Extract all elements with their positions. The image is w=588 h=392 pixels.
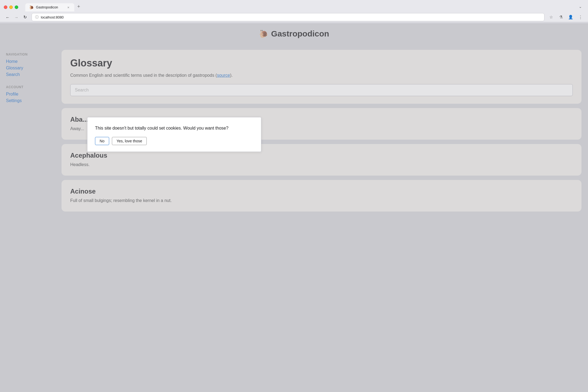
app-title-text: Gastropodicon xyxy=(271,29,329,38)
refresh-button[interactable]: ↻ xyxy=(21,13,29,21)
app-header: 🐌 Gastropodicon xyxy=(0,24,588,43)
new-tab-button[interactable]: + xyxy=(75,3,82,10)
glossary-description: Common English and scientific terms used… xyxy=(70,72,573,79)
toolbar-actions: ☆ ⚗ 👤 ⋮ xyxy=(547,13,584,21)
source-link[interactable]: source xyxy=(217,73,230,78)
back-button[interactable]: ← xyxy=(4,13,11,21)
sidebar-item-profile[interactable]: Profile xyxy=(5,91,57,97)
browser-chrome: 🐌 Gastropodicon ✕ + ⌄ ← → ↻ ⓘ localhost:… xyxy=(0,0,588,24)
app-title: 🐌 Gastropodicon xyxy=(0,29,588,38)
cookie-buttons: No Yes, love those xyxy=(95,137,253,145)
sidebar-item-glossary[interactable]: Glossary xyxy=(5,65,57,71)
tab-favicon: 🐌 xyxy=(29,5,34,10)
main-content: Glossary Common English and scientific t… xyxy=(57,50,581,392)
cookie-yes-button[interactable]: Yes, love those xyxy=(112,137,147,145)
term-card-2: Acinose Full of small bulgings; resembli… xyxy=(62,180,581,212)
active-tab[interactable]: 🐌 Gastropodicon ✕ xyxy=(25,3,74,11)
navigation-links: Home Glossary Search xyxy=(5,59,57,78)
sidebar-item-home[interactable]: Home xyxy=(5,59,57,65)
bookmark-button[interactable]: ☆ xyxy=(547,13,555,21)
browser-toolbar: ← → ↻ ⓘ localhost:8080 ☆ ⚗ 👤 ⋮ xyxy=(0,11,588,23)
term-title-1: Acephalous xyxy=(70,152,573,159)
tab-close-button[interactable]: ✕ xyxy=(66,5,71,10)
close-button[interactable] xyxy=(4,5,7,9)
address-url: localhost:8080 xyxy=(41,15,541,19)
tab-dropdown-button[interactable]: ⌄ xyxy=(577,3,584,10)
minimize-button[interactable] xyxy=(9,5,13,9)
glossary-header-card: Glossary Common English and scientific t… xyxy=(62,50,581,104)
nav-buttons: ← → ↻ xyxy=(4,13,29,21)
app-icon: 🐌 xyxy=(259,29,268,38)
sidebar: NAVIGATION Home Glossary Search ACCOUNT … xyxy=(5,50,57,392)
profile-button[interactable]: 👤 xyxy=(567,13,574,21)
maximize-button[interactable] xyxy=(15,5,18,9)
term-definition-2: Full of small bulgings; resembling the k… xyxy=(70,197,573,204)
glossary-title: Glossary xyxy=(70,57,573,69)
address-bar[interactable]: ⓘ localhost:8080 xyxy=(32,13,544,21)
cookie-message: This site doesn't but totally could set … xyxy=(95,125,253,131)
browser-titlebar: 🐌 Gastropodicon ✕ + ⌄ xyxy=(0,0,588,11)
term-title-2: Acinose xyxy=(70,188,573,195)
description-text: Common English and scientific terms used… xyxy=(70,73,217,78)
sidebar-item-search[interactable]: Search xyxy=(5,72,57,78)
glossary-search-input[interactable] xyxy=(70,84,573,96)
labs-button[interactable]: ⚗ xyxy=(557,13,565,21)
nav-section-label: NAVIGATION xyxy=(5,53,57,56)
account-section-label: ACCOUNT xyxy=(5,85,57,89)
cookie-no-button[interactable]: No xyxy=(95,137,109,145)
description-end: ). xyxy=(230,73,233,78)
tab-title: Gastropodicon xyxy=(36,5,58,9)
forward-button[interactable]: → xyxy=(13,13,20,21)
security-icon: ⓘ xyxy=(35,15,39,20)
menu-button[interactable]: ⋮ xyxy=(577,13,584,21)
sidebar-item-settings[interactable]: Settings xyxy=(5,98,57,104)
term-definition-1: Headless. xyxy=(70,161,573,168)
traffic-lights xyxy=(4,5,18,9)
cookie-dialog: This site doesn't but totally could set … xyxy=(87,117,261,152)
page-layout: NAVIGATION Home Glossary Search ACCOUNT … xyxy=(0,43,588,392)
account-links: Profile Settings xyxy=(5,91,57,104)
browser-tabs: 🐌 Gastropodicon ✕ + xyxy=(25,3,574,11)
